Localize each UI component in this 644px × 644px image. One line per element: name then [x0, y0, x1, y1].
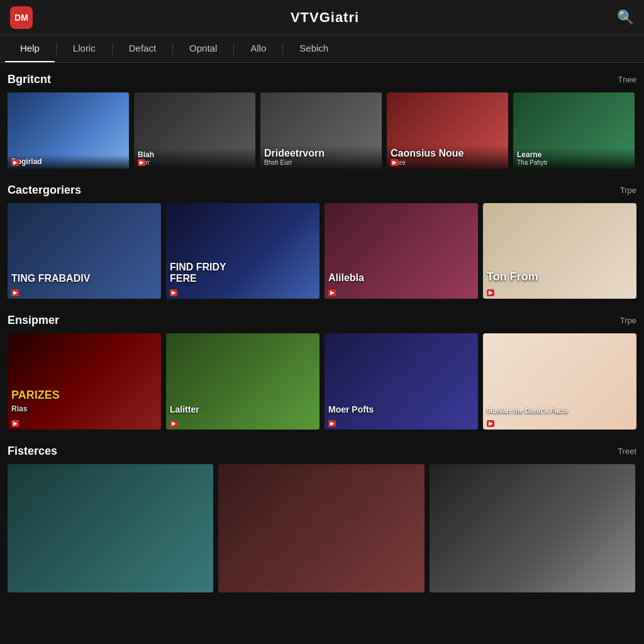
- card-badge: ▶: [11, 159, 19, 166]
- card-badge: ▶: [11, 420, 19, 427]
- card-title: Dogirlad: [11, 157, 125, 166]
- card-subtitle: Tha Pahytr: [517, 159, 631, 166]
- section-title-fisterces: Fisterces: [8, 445, 57, 458]
- card-row-fisterces: [8, 464, 636, 593]
- card-overlay: Drideetrvorn Bhsh Eurr: [260, 145, 382, 169]
- card-bg: [8, 464, 213, 593]
- card-bg: [325, 333, 478, 430]
- avatar-initials: DM: [14, 13, 28, 23]
- section-title-ensipmer: Ensipmer: [8, 314, 59, 327]
- card-title-big: Ton From: [487, 270, 538, 284]
- card-badge: ▶: [487, 289, 494, 296]
- section-ensipmer: Ensipmer Trpe PARIZESRias ▶ Lalitter ▶ M…: [0, 304, 644, 435]
- nav-divider: [112, 43, 113, 55]
- section-fisterces: Fisterces Treet: [0, 435, 644, 598]
- search-icon[interactable]: 🔍: [617, 9, 634, 26]
- card-fisterces-2[interactable]: [218, 464, 424, 593]
- card-bg: [430, 464, 635, 593]
- user-avatar-badge[interactable]: DM: [10, 6, 33, 29]
- card-bg: [8, 203, 161, 299]
- card-title-yellow: PARIZESRias: [11, 389, 60, 414]
- card-title: 9lunlah the Dand's Pacls: [487, 407, 568, 414]
- nav-item-opntal[interactable]: Opntal: [174, 35, 232, 62]
- card-bg: [166, 333, 319, 430]
- card-lalitter[interactable]: Lalitter ▶: [166, 333, 319, 430]
- card-drideetrvorn[interactable]: Drideetrvorn Bhsh Eurr: [260, 92, 382, 169]
- app-title: VTVGiatri: [291, 9, 359, 26]
- card-subtitle: Bhsh Eurr: [264, 159, 378, 166]
- section-categories: Cactergoriers Trpe TING FRABADIV ▶ FIND …: [0, 174, 644, 304]
- section-title-categories: Cactergoriers: [8, 184, 81, 197]
- card-9lunlah[interactable]: 9lunlah the Dand's Pacls ▶: [483, 333, 636, 430]
- card-dogirlad[interactable]: Dogirlad ▶: [8, 92, 129, 169]
- section-header-bgritcnt: Bgritcnt Tnee: [8, 73, 636, 86]
- nav-item-lloric[interactable]: Lloric: [58, 35, 111, 62]
- card-badge: ▶: [170, 420, 177, 427]
- card-fisterces-3[interactable]: [430, 464, 635, 593]
- section-more-fisterces[interactable]: Treet: [618, 447, 636, 456]
- card-bg: [218, 464, 424, 593]
- nav-item-help[interactable]: Help: [5, 35, 55, 62]
- nav-divider: [282, 43, 283, 55]
- card-badge: ▶: [328, 420, 336, 427]
- section-header-categories: Cactergoriers Trpe: [8, 184, 636, 197]
- card-row-ensipmer: PARIZESRias ▶ Lalitter ▶ Moer Pofts ▶ 9l…: [8, 333, 636, 430]
- card-title: Blah: [138, 150, 252, 159]
- card-parizes[interactable]: PARIZESRias ▶: [8, 333, 161, 430]
- card-row-bgritcnt: Dogirlad ▶ Blah Eurr ▶ Drideetrvorn Bhsh…: [8, 92, 636, 169]
- nav-divider: [233, 43, 234, 55]
- header: DM VTVGiatri 🔍: [0, 0, 644, 35]
- card-blah[interactable]: Blah Eurr ▶: [134, 92, 255, 169]
- card-ting-frabadiv[interactable]: TING FRABADIV ▶: [8, 203, 161, 299]
- section-header-ensipmer: Ensipmer Trpe: [8, 314, 636, 327]
- card-badge: ▶: [328, 289, 336, 296]
- card-subtitle: Eurr: [138, 159, 252, 166]
- card-title: Lalitter: [170, 404, 199, 414]
- card-title-big: TING FRABADIV: [11, 273, 90, 284]
- card-overlay: Blah Eurr: [134, 148, 255, 169]
- card-overlay: Learne Tha Pahytr: [513, 148, 635, 169]
- card-bg: [483, 203, 636, 299]
- card-bg: [325, 203, 478, 299]
- card-title: Drideetrvorn: [264, 148, 378, 159]
- card-title-big: FIND FRIDYFERE: [170, 262, 226, 284]
- nav-divider: [172, 43, 173, 55]
- section-more-categories[interactable]: Trpe: [620, 186, 636, 195]
- card-subtitle: Wore: [391, 159, 504, 166]
- section-more-ensipmer[interactable]: Trpe: [620, 316, 636, 325]
- card-ton-from[interactable]: Ton From ▶: [483, 203, 636, 299]
- section-more-bgritcnt[interactable]: Tnee: [618, 75, 636, 84]
- card-badge: ▶: [11, 289, 19, 296]
- card-title: Caonsius Noue: [391, 148, 504, 159]
- nav-item-allo[interactable]: Allo: [235, 35, 281, 62]
- card-learne[interactable]: Learne Tha Pahytr: [513, 92, 635, 169]
- section-title-bgritcnt: Bgritcnt: [8, 73, 51, 86]
- card-badge: ▶: [170, 289, 177, 296]
- card-overlay: Dogirlad: [8, 155, 129, 169]
- main-nav: Help Lloric Defact Opntal Allo Sebich: [0, 35, 644, 63]
- card-overlay: Caonsius Noue Wore: [387, 145, 508, 169]
- card-alilebla[interactable]: Alilebla ▶: [325, 203, 478, 299]
- card-badge: ▶: [391, 159, 398, 166]
- card-fisterces-1[interactable]: [8, 464, 213, 593]
- nav-item-sebich[interactable]: Sebich: [284, 35, 343, 62]
- card-badge: ▶: [487, 420, 494, 427]
- card-title: Learne: [517, 150, 631, 159]
- card-moer-pofts[interactable]: Moer Pofts ▶: [325, 333, 478, 430]
- nav-divider: [56, 43, 57, 55]
- card-badge: ▶: [138, 159, 145, 166]
- card-bg: [166, 203, 319, 299]
- nav-item-defact[interactable]: Defact: [114, 35, 171, 62]
- section-header-fisterces: Fisterces Treet: [8, 445, 636, 458]
- card-caonsius[interactable]: Caonsius Noue Wore ▶: [387, 92, 508, 169]
- card-title: Moer Pofts: [328, 404, 374, 414]
- card-find-fridy[interactable]: FIND FRIDYFERE ▶: [166, 203, 319, 299]
- card-row-categories: TING FRABADIV ▶ FIND FRIDYFERE ▶ Alilebl…: [8, 203, 636, 299]
- section-bgritcnt: Bgritcnt Tnee Dogirlad ▶ Blah Eurr ▶ Dri…: [0, 63, 644, 174]
- card-title-big: Alilebla: [328, 272, 364, 284]
